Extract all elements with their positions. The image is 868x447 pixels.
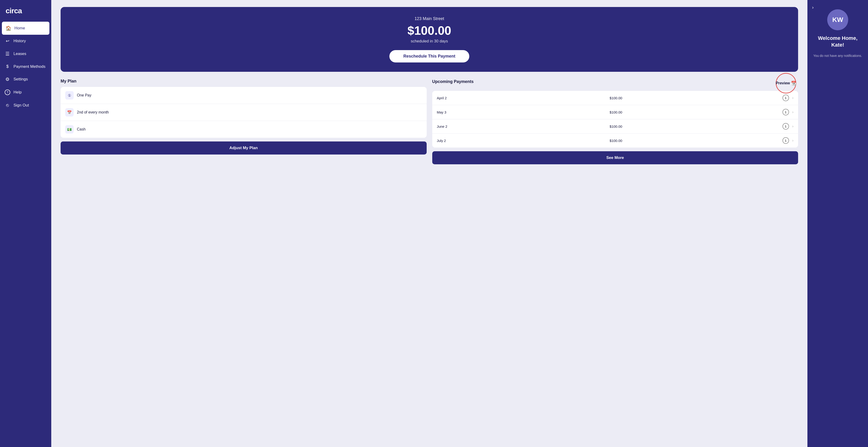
plan-section: My Plan ① One Pay 📅 2nd of every month 💵… (61, 79, 427, 164)
sidebar-item-sign-out[interactable]: ⎋ Sign Out (0, 99, 51, 112)
sidebar-item-payment-methods-label: Payment Methods (13, 64, 45, 69)
payment-badge-2: 1 (782, 109, 789, 115)
payment-row[interactable]: July 2 $100.00 1 › (432, 133, 798, 148)
plan-title: My Plan (61, 79, 427, 84)
calendar-icon: 📅 (65, 108, 74, 117)
notification-text: You do not have any notifications. (813, 54, 862, 58)
chevron-right-icon-3: › (792, 124, 794, 128)
preview-button-wrapper[interactable]: Preview 📆 (774, 79, 798, 88)
plan-card: ① One Pay 📅 2nd of every month 💵 Cash (61, 87, 427, 138)
app-logo: circa (0, 0, 51, 22)
welcome-text: Welcome Home, Kate! (812, 35, 863, 48)
sidebar-item-settings[interactable]: ⚙ Settings (0, 73, 51, 86)
history-icon: ↩ (5, 38, 10, 43)
payment-badge-1: 1 (782, 95, 789, 101)
hero-address: 123 Main Street (68, 16, 791, 21)
calendar-preview-icon: 📆 (791, 81, 796, 86)
payments-header: Upcoming Payments Preview 📆 (432, 79, 798, 88)
sidebar-item-settings-label: Settings (13, 77, 28, 82)
hero-amount: $100.00 (68, 24, 791, 37)
chevron-right-icon-2: › (792, 110, 794, 114)
payments-title: Upcoming Payments (432, 79, 474, 84)
plan-item-schedule: 📅 2nd of every month (61, 104, 427, 121)
payments-card: April 2 $100.00 1 › May 3 $100.00 1 › Ju… (432, 91, 798, 148)
preview-label: Preview (776, 81, 790, 85)
sidebar-item-sign-out-label: Sign Out (13, 103, 29, 108)
sidebar-nav: 🏠 Home ↩ History ☰ Leases $ Payment Meth… (0, 22, 51, 447)
sidebar-item-payment-methods[interactable]: $ Payment Methods (0, 60, 51, 73)
reschedule-button[interactable]: Reschedule This Payment (390, 50, 469, 62)
payment-row[interactable]: June 2 $100.00 1 › (432, 119, 798, 133)
plan-item-one-pay-label: One Pay (77, 93, 91, 97)
see-more-button[interactable]: See More (432, 151, 798, 164)
hero-card: 123 Main Street $100.00 scheduled in 30 … (61, 7, 798, 72)
right-panel: › KW Welcome Home, Kate! You do not have… (807, 0, 868, 447)
plan-item-cash-label: Cash (77, 127, 86, 131)
settings-icon: ⚙ (5, 77, 10, 82)
sidebar-item-leases[interactable]: ☰ Leases (0, 47, 51, 60)
hero-schedule: scheduled in 30 days (68, 39, 791, 43)
leases-icon: ☰ (5, 51, 10, 57)
adjust-plan-button[interactable]: Adjust My Plan (61, 142, 427, 154)
avatar: KW (827, 9, 848, 30)
chevron-right-icon-4: › (792, 139, 794, 143)
payment-badge-4: 1 (782, 137, 789, 144)
payment-date-2: May 3 (437, 110, 610, 114)
help-icon: ? (5, 89, 10, 95)
plan-item-schedule-label: 2nd of every month (77, 110, 109, 114)
chevron-right-icon-1: › (792, 96, 794, 100)
plan-item-one-pay: ① One Pay (61, 87, 427, 104)
payment-date-3: June 2 (437, 124, 610, 128)
home-icon: 🏠 (6, 25, 11, 31)
main-content: 123 Main Street $100.00 scheduled in 30 … (51, 0, 807, 447)
sidebar-item-home[interactable]: 🏠 Home (2, 22, 50, 35)
payment-amount-3: $100.00 (610, 124, 782, 128)
payment-badge-3: 1 (782, 123, 789, 129)
sidebar-item-help[interactable]: ? Help (0, 86, 51, 99)
payments-section: Upcoming Payments Preview 📆 April 2 $100… (432, 79, 798, 164)
payment-date-4: July 2 (437, 139, 610, 143)
preview-button[interactable]: Preview 📆 (774, 79, 798, 88)
payment-amount-2: $100.00 (610, 110, 782, 114)
sidebar-item-history[interactable]: ↩ History (0, 35, 51, 47)
sidebar: circa 🏠 Home ↩ History ☰ Leases $ Paymen… (0, 0, 51, 447)
one-pay-icon: ① (65, 91, 74, 99)
content-grid: My Plan ① One Pay 📅 2nd of every month 💵… (61, 79, 798, 164)
panel-collapse-chevron[interactable]: › (812, 5, 814, 10)
payment-row[interactable]: May 3 $100.00 1 › (432, 105, 798, 119)
sidebar-item-help-label: Help (13, 90, 22, 95)
payment-row[interactable]: April 2 $100.00 1 › (432, 91, 798, 105)
sidebar-item-leases-label: Leases (13, 52, 26, 56)
payment-date-1: April 2 (437, 96, 610, 100)
payment-amount-1: $100.00 (610, 96, 782, 100)
sidebar-item-home-label: Home (14, 26, 25, 31)
payment-amount-4: $100.00 (610, 139, 782, 143)
payment-methods-icon: $ (5, 64, 10, 69)
plan-item-cash: 💵 Cash (61, 121, 427, 138)
sidebar-item-history-label: History (13, 39, 26, 43)
sign-out-icon: ⎋ (5, 102, 10, 108)
cash-icon: 💵 (65, 125, 74, 133)
